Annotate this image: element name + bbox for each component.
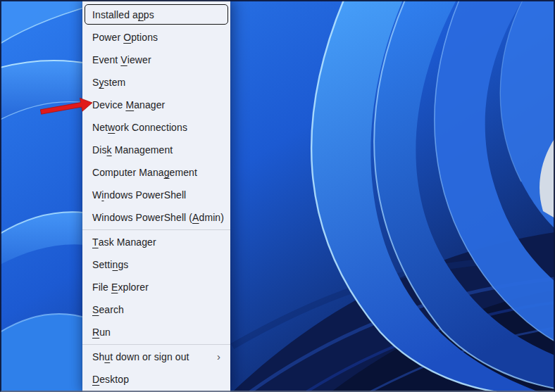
menu-item-label: p	[138, 9, 144, 20]
menu-item-disk-management[interactable]: Disk Management	[82, 139, 230, 161]
menu-item-label: g	[164, 167, 170, 178]
menu-item-settings[interactable]: Settings	[82, 253, 230, 276]
menu-item-windows-powershell[interactable]: Windows PowerShell	[82, 184, 230, 206]
menu-item-shut-down-or-sign-out[interactable]: Shut down or sign out›	[82, 346, 230, 368]
menu-item-label: ndows PowerShell	[104, 189, 187, 201]
menu-item-label: earch	[99, 304, 124, 315]
menu-item-label: S	[92, 304, 99, 315]
menu-item-desktop[interactable]: Desktop	[82, 368, 230, 391]
menu-item-label: gs	[118, 259, 128, 270]
menu-item-network-connections[interactable]: Network Connections	[82, 116, 230, 139]
menu-item-label: Net	[92, 122, 108, 133]
menu-item-label: O	[123, 32, 131, 43]
menu-item-label: W	[92, 189, 101, 201]
menu-item-windows-powershell-admin[interactable]: Windows PowerShell (Admin)	[82, 206, 230, 229]
menu-item-label: V	[120, 54, 127, 65]
menu-item-label: Installed a	[92, 9, 138, 20]
menu-item-label: un	[99, 327, 111, 338]
menu-separator	[82, 229, 230, 230]
menu-item-label: dmin)	[199, 212, 225, 223]
menu-item-task-manager[interactable]: Task Manager	[82, 231, 230, 253]
menu-item-label: anager	[134, 99, 165, 110]
menu-item-label: E	[111, 282, 118, 293]
menu-item-label: S	[92, 77, 99, 88]
menu-item-label: stem	[104, 77, 126, 88]
menu-item-label: File	[92, 282, 111, 293]
menu-item-label: Windows PowerShell (	[92, 212, 192, 223]
menu-item-label: t down or sign out	[110, 351, 189, 362]
menu-item-label: Device	[92, 99, 125, 110]
menu-item-label: u	[104, 351, 110, 362]
menu-item-label: ps	[144, 9, 154, 20]
menu-item-label: Power	[92, 32, 123, 43]
menu-item-installed-apps[interactable]: Installed apps	[82, 4, 230, 26]
menu-item-label: esktop	[99, 374, 129, 385]
menu-item-computer-management[interactable]: Computer Management	[82, 161, 230, 184]
menu-item-label: Management	[112, 144, 173, 156]
menu-item-label: ask Manager	[99, 236, 156, 248]
menu-item-search[interactable]: Search	[82, 298, 230, 321]
menu-item-label: ork Connections	[115, 122, 187, 133]
menu-item-label: D	[92, 374, 99, 385]
chevron-right-icon: ›	[217, 351, 220, 362]
menu-item-run[interactable]: Run	[82, 321, 230, 343]
menu-item-label: xplorer	[118, 282, 149, 293]
menu-item-label: T	[92, 236, 99, 248]
menu-item-label: Computer Mana	[92, 167, 164, 178]
menu-item-label: ement	[170, 167, 197, 178]
menu-item-label: ptions	[131, 32, 158, 43]
desktop: Installed appsPower OptionsEvent ViewerS…	[0, 0, 555, 392]
menu-item-label: A	[192, 212, 199, 223]
menu-separator	[82, 344, 230, 345]
menu-item-label: Sh	[92, 351, 104, 362]
menu-item-label: Setti	[92, 259, 113, 270]
menu-item-label: iewer	[127, 54, 151, 65]
menu-item-file-explorer[interactable]: File Explorer	[82, 276, 230, 298]
menu-item-label: Dis	[92, 144, 107, 156]
menu-item-system[interactable]: System	[82, 71, 230, 94]
menu-item-label: y	[99, 77, 104, 88]
menu-item-label: w	[108, 122, 115, 133]
menu-item-label: M	[125, 99, 134, 110]
menu-item-event-viewer[interactable]: Event Viewer	[82, 49, 230, 71]
menu-item-device-manager[interactable]: Device Manager	[82, 94, 230, 116]
menu-item-label: n	[113, 259, 118, 270]
winx-context-menu: Installed appsPower OptionsEvent ViewerS…	[82, 0, 230, 392]
menu-item-label: Event	[92, 54, 120, 65]
menu-item-power-options[interactable]: Power Options	[82, 26, 230, 49]
menu-item-label: k	[107, 144, 112, 156]
menu-item-label: R	[92, 327, 99, 338]
